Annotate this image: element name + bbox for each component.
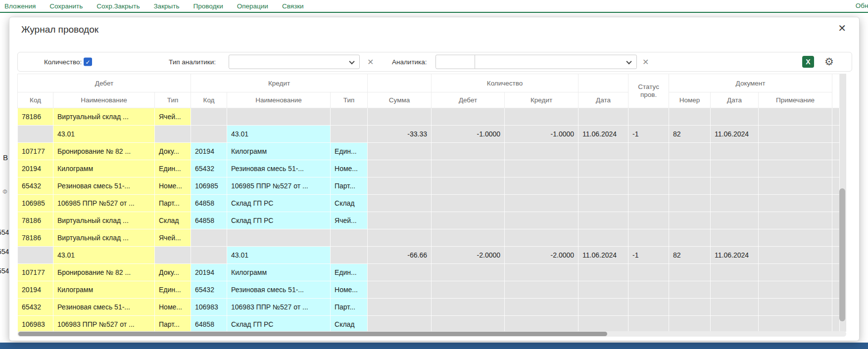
cell-num[interactable]	[669, 316, 711, 332]
gear-icon[interactable]: ⚙	[824, 56, 834, 68]
cell-cn[interactable]: Килограмм	[227, 143, 331, 160]
analytics-select[interactable]	[475, 55, 637, 69]
cell-cc[interactable]: 20194	[191, 143, 227, 160]
cell-dt[interactable]: Номе...	[155, 177, 191, 195]
cell-cn[interactable]: 106985 ППР №527 от ...	[227, 177, 331, 195]
cell-note[interactable]	[759, 108, 832, 126]
cell-sum[interactable]	[368, 212, 432, 229]
cell-sum[interactable]	[368, 177, 432, 195]
cell-ct[interactable]: Един...	[331, 264, 368, 281]
cell-qc[interactable]	[505, 212, 579, 229]
cell-qd[interactable]	[432, 229, 505, 247]
cell-dc[interactable]: 107177	[18, 264, 53, 281]
cell-fill[interactable]	[832, 316, 840, 332]
cell-cc[interactable]: 64858	[191, 316, 227, 332]
cell-ddate[interactable]	[711, 177, 759, 195]
cell-st[interactable]	[628, 160, 669, 177]
cell-num[interactable]	[669, 160, 711, 177]
cell-qc[interactable]	[505, 143, 579, 160]
cell-dc[interactable]: 107177	[18, 143, 53, 160]
cell-fill[interactable]	[832, 143, 840, 160]
cell-dc[interactable]: 78186	[18, 229, 53, 247]
cell-dc[interactable]: 20194	[18, 281, 53, 299]
cell-ct[interactable]: Парт...	[331, 299, 368, 316]
cell-cn[interactable]: Склад ГП РС	[227, 195, 331, 212]
cell-dn[interactable]: Резиновая смесь 51-...	[53, 177, 155, 195]
cell-dn[interactable]: Резиновая смесь 51-...	[53, 299, 155, 316]
table-row[interactable]: 65432Резиновая смесь 51-...Номе...106985…	[18, 177, 840, 195]
analytics-type-select[interactable]	[229, 55, 360, 69]
cell-qd[interactable]	[432, 177, 505, 195]
cell-date[interactable]	[579, 212, 628, 229]
cell-dc[interactable]: 78186	[18, 212, 53, 229]
cell-note[interactable]	[759, 316, 832, 332]
cell-cn[interactable]: Склад ГП РС	[227, 212, 331, 229]
cell-cc[interactable]: 64858	[191, 212, 227, 229]
cell-cn[interactable]: Резиновая смесь 51-...	[227, 281, 331, 299]
cell-ct[interactable]: Склад	[331, 316, 368, 332]
cell-num[interactable]	[669, 264, 711, 281]
cell-ct[interactable]	[331, 126, 368, 143]
cell-dt[interactable]: Доку...	[155, 143, 191, 160]
cell-date[interactable]	[579, 281, 628, 299]
cell-dc[interactable]	[18, 247, 53, 264]
cell-fill[interactable]	[832, 212, 840, 229]
cell-dt[interactable]: Ячей...	[155, 108, 191, 126]
cell-cc[interactable]: 65432	[191, 160, 227, 177]
table-row[interactable]: 20194КилограммЕдин...65432Резиновая смес…	[18, 160, 840, 177]
cell-ct[interactable]: Ячей...	[331, 212, 368, 229]
cell-sum[interactable]	[368, 299, 432, 316]
vertical-scrollbar-thumb[interactable]	[839, 188, 845, 321]
cell-num[interactable]	[669, 212, 711, 229]
cell-dc[interactable]: 65432	[18, 299, 53, 316]
table-row[interactable]: 106985106985 ППР №527 от ...Парт...64858…	[18, 195, 840, 212]
cell-cn[interactable]	[227, 229, 331, 247]
cell-sum[interactable]	[368, 229, 432, 247]
menu-item-close[interactable]: Закрыть	[153, 2, 179, 10]
cell-date[interactable]	[579, 143, 628, 160]
cell-qd[interactable]	[432, 212, 505, 229]
cell-cc[interactable]	[191, 108, 227, 126]
cell-ct[interactable]: Номе...	[331, 160, 368, 177]
table-row[interactable]: 107177Бронирование № 82 ...Доку...20194К…	[18, 143, 840, 160]
cell-cn[interactable]: 106983 ППР №527 от ...	[227, 299, 331, 316]
cell-cc[interactable]	[191, 126, 227, 143]
cell-qd[interactable]	[432, 299, 505, 316]
cell-date[interactable]	[579, 299, 628, 316]
cell-ddate[interactable]	[711, 299, 759, 316]
cell-qd[interactable]	[432, 316, 505, 332]
table-row[interactable]: 43.0143.01-33.33-1.0000-1.000011.06.2024…	[18, 126, 840, 143]
cell-dt[interactable]: Парт...	[155, 316, 191, 332]
cell-note[interactable]	[759, 264, 832, 281]
cell-note[interactable]	[759, 126, 832, 143]
cell-ct[interactable]	[331, 229, 368, 247]
cell-num[interactable]	[669, 299, 711, 316]
cell-st[interactable]	[628, 177, 669, 195]
cell-ddate[interactable]: 11.06.2024	[711, 126, 759, 143]
cell-ddate[interactable]	[711, 160, 759, 177]
table-row[interactable]: 78186Виртуальный склад ...Ячей...	[18, 108, 840, 126]
cell-dn[interactable]: Бронирование № 82 ...	[53, 143, 155, 160]
cell-qd[interactable]	[432, 195, 505, 212]
cell-date[interactable]	[579, 316, 628, 332]
cell-sum[interactable]	[368, 316, 432, 332]
cell-num[interactable]: 82	[669, 126, 711, 143]
cell-qd[interactable]: -1.0000	[432, 126, 505, 143]
cell-qc[interactable]	[505, 177, 579, 195]
cell-ddate[interactable]	[711, 264, 759, 281]
cell-qc[interactable]	[505, 229, 579, 247]
cell-ddate[interactable]	[711, 212, 759, 229]
close-icon[interactable]: ✕	[838, 23, 846, 33]
menu-item-save-close[interactable]: Сохр.Закрыть	[96, 2, 140, 10]
clear-analytics-icon[interactable]: ✕	[642, 57, 649, 67]
cell-fill[interactable]	[832, 108, 840, 126]
cell-date[interactable]	[579, 160, 628, 177]
cell-dt[interactable]: Склад	[155, 212, 191, 229]
cell-num[interactable]	[669, 281, 711, 299]
cell-dc[interactable]: 20194	[18, 160, 53, 177]
cell-dt[interactable]	[155, 247, 191, 264]
cell-dt[interactable]: Парт...	[155, 195, 191, 212]
cell-fill[interactable]	[832, 126, 840, 143]
cell-cc[interactable]	[191, 229, 227, 247]
table-row[interactable]: 43.0143.01-66.66-2.0000-2.000011.06.2024…	[18, 247, 840, 264]
